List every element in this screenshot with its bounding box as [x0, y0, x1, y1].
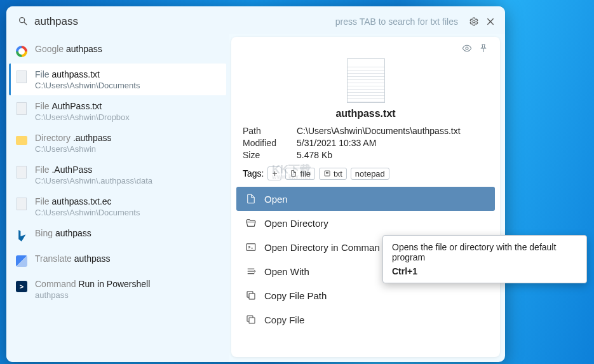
- result-file-authpass-documents[interactable]: File authpass.txt C:\Users\Ashwin\Docume…: [9, 64, 226, 95]
- tag-file[interactable]: file: [285, 168, 315, 180]
- action-copy-file-path[interactable]: Copy File Path: [231, 283, 500, 307]
- preview-filename: authpass.txt: [243, 108, 489, 119]
- tag-add-button[interactable]: +: [267, 166, 281, 180]
- svg-line-1: [24, 22, 27, 25]
- svg-rect-16: [249, 318, 255, 323]
- search-input[interactable]: [33, 13, 330, 30]
- search-hint: press TAB to search for txt files: [335, 17, 458, 27]
- tags-row: Tags: + file txt notepad: [243, 166, 489, 180]
- svg-point-5: [466, 47, 468, 50]
- svg-rect-10: [246, 244, 255, 251]
- eye-icon[interactable]: [462, 43, 472, 56]
- launcher-window: press TAB to search for txt files Google…: [6, 6, 505, 362]
- svg-point-2: [473, 20, 475, 23]
- meta-modified-label: Modified: [243, 138, 297, 148]
- action-copy-file[interactable]: Copy File: [231, 307, 500, 325]
- tag-notepad[interactable]: notepad: [351, 168, 389, 180]
- result-google[interactable]: Google authpass: [9, 38, 226, 64]
- results-list: Google authpass File authpass.txt C:\Use…: [6, 34, 229, 362]
- preview-panel: authpass.txt Path C:\Users\Ashwin\Docume…: [231, 37, 500, 357]
- search-icon: [18, 16, 28, 28]
- meta-modified-value: 5/31/2021 10:33 AM: [297, 138, 489, 148]
- result-translate[interactable]: Translate authpass: [9, 248, 226, 273]
- result-file-authpass-dropbox[interactable]: File AuthPass.txt C:\Users\Ashwin\Dropbo…: [9, 95, 226, 127]
- tooltip-shortcut: Ctrl+1: [392, 266, 577, 276]
- meta-size-value: 5.478 Kb: [297, 150, 489, 160]
- topbar: press TAB to search for txt files: [6, 6, 505, 34]
- tooltip: Opens the file or directory with the def…: [382, 235, 587, 283]
- file-icon: [15, 165, 29, 179]
- close-icon[interactable]: [485, 16, 496, 27]
- translate-icon: [15, 254, 29, 268]
- action-open[interactable]: Open: [236, 187, 495, 211]
- svg-point-0: [20, 17, 25, 22]
- file-thumbnail: [347, 58, 385, 103]
- powershell-icon: [15, 280, 29, 293]
- settings-icon[interactable]: [468, 16, 480, 27]
- file-metadata: Path C:\Users\Ashwin\Documents\authpass.…: [243, 126, 489, 160]
- tooltip-text: Opens the file or directory with the def…: [392, 242, 577, 262]
- google-icon: [15, 44, 29, 58]
- bing-icon: [15, 229, 29, 243]
- result-bing[interactable]: Bing authpass: [9, 222, 226, 248]
- tags-label: Tags:: [243, 168, 264, 179]
- tag-txt[interactable]: txt: [319, 168, 347, 180]
- meta-path-value: C:\Users\Ashwin\Documents\authpass.txt: [297, 126, 489, 136]
- file-icon: [15, 70, 29, 84]
- file-icon: [15, 102, 29, 116]
- file-icon: [15, 197, 29, 211]
- result-file-authpass-ec[interactable]: File authpass.txt.ec C:\Users\Ashwin\Doc…: [9, 191, 226, 222]
- action-open-directory[interactable]: Open Directory: [231, 211, 500, 235]
- meta-path-label: Path: [243, 126, 297, 136]
- result-directory-authpass[interactable]: Directory .authpass C:\Users\Ashwin: [9, 127, 226, 159]
- svg-rect-15: [249, 293, 255, 299]
- pin-icon[interactable]: [478, 43, 489, 56]
- meta-size-label: Size: [243, 150, 297, 160]
- folder-icon: [15, 133, 29, 147]
- result-file-dot-authpass[interactable]: File .AuthPass C:\Users\Ashwin\.authpass…: [9, 159, 226, 191]
- result-powershell[interactable]: Command Run in Powershell authpass: [9, 273, 226, 305]
